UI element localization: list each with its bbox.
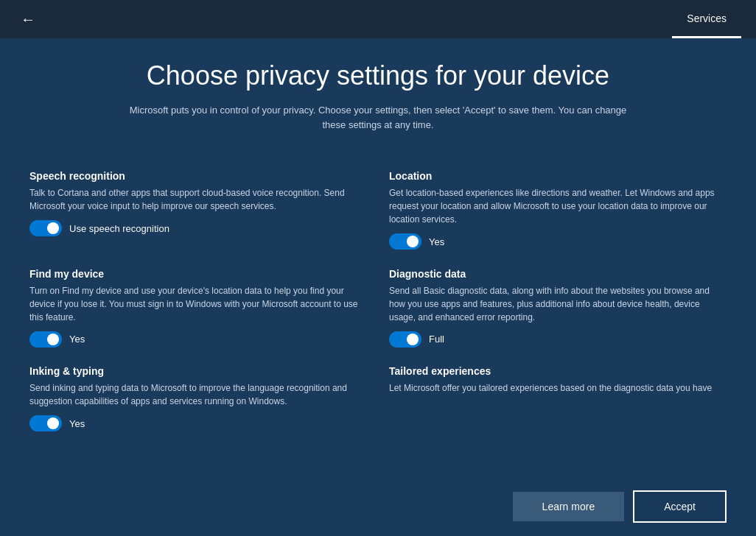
diagnostic-data-toggle-label: Full — [429, 334, 444, 345]
speech-recognition-toggle[interactable] — [29, 220, 62, 236]
find-my-device-title: Find my device — [29, 268, 360, 280]
find-my-device-description: Turn on Find my device and use your devi… — [29, 284, 360, 324]
back-button[interactable]: ← — [15, 8, 41, 31]
tailored-experiences-description: Let Microsoft offer you tailored experie… — [389, 381, 719, 393]
inking-typing-toggle[interactable] — [29, 415, 62, 431]
find-my-device-toggle-label: Yes — [69, 334, 85, 345]
find-my-device-toggle[interactable] — [29, 331, 62, 348]
location-title: Location — [389, 170, 719, 182]
services-tab-label: Services — [687, 13, 727, 24]
find-my-device-toggle-row: Yes — [29, 331, 360, 348]
setting-inking-typing: Inking & typing Send inking and typing d… — [29, 356, 360, 441]
inking-typing-toggle-row: Yes — [29, 415, 360, 431]
inking-typing-title: Inking & typing — [29, 365, 360, 377]
inking-typing-toggle-label: Yes — [69, 418, 85, 429]
location-toggle[interactable] — [389, 233, 421, 250]
speech-recognition-description: Talk to Cortana and other apps that supp… — [29, 186, 360, 213]
diagnostic-data-toggle-row: Full — [389, 331, 719, 348]
location-toggle-label: Yes — [429, 236, 444, 247]
inking-typing-description: Send inking and typing data to Microsoft… — [29, 381, 360, 408]
location-toggle-row: Yes — [389, 233, 719, 250]
setting-location: Location Get location-based experiences … — [389, 161, 719, 259]
speech-recognition-title: Speech recognition — [29, 170, 360, 182]
tailored-experiences-title: Tailored experiences — [389, 365, 719, 377]
setting-diagnostic-data: Diagnostic data Send all Basic diagnosti… — [389, 259, 719, 357]
accept-button[interactable]: Accept — [633, 490, 727, 523]
page-title: Choose privacy settings for your device — [59, 60, 697, 91]
setting-tailored-experiences: Tailored experiences Let Microsoft offer… — [389, 356, 719, 393]
diagnostic-data-description: Send all Basic diagnostic data, along wi… — [389, 284, 719, 324]
setting-speech-recognition: Speech recognition Talk to Cortana and o… — [29, 161, 360, 259]
diagnostic-data-title: Diagnostic data — [389, 268, 719, 280]
location-description: Get location-based experiences like dire… — [389, 186, 719, 226]
speech-recognition-toggle-row: Use speech recognition — [29, 220, 360, 236]
learn-more-button[interactable]: Learn more — [513, 492, 625, 521]
settings-container: Speech recognition Talk to Cortana and o… — [0, 147, 756, 477]
header-section: Choose privacy settings for your device … — [0, 38, 756, 147]
top-bar: ← Services — [0, 0, 756, 38]
diagnostic-data-toggle[interactable] — [389, 331, 421, 348]
services-tab: Services — [672, 0, 741, 38]
bottom-bar: Learn more Accept — [0, 477, 756, 536]
speech-recognition-toggle-label: Use speech recognition — [69, 223, 169, 234]
page-subtitle: Microsoft puts you in control of your pr… — [120, 103, 636, 132]
setting-find-my-device: Find my device Turn on Find my device an… — [29, 259, 360, 357]
main-content: Choose privacy settings for your device … — [0, 38, 756, 536]
settings-grid: Speech recognition Talk to Cortana and o… — [29, 161, 727, 441]
back-icon: ← — [21, 11, 35, 28]
